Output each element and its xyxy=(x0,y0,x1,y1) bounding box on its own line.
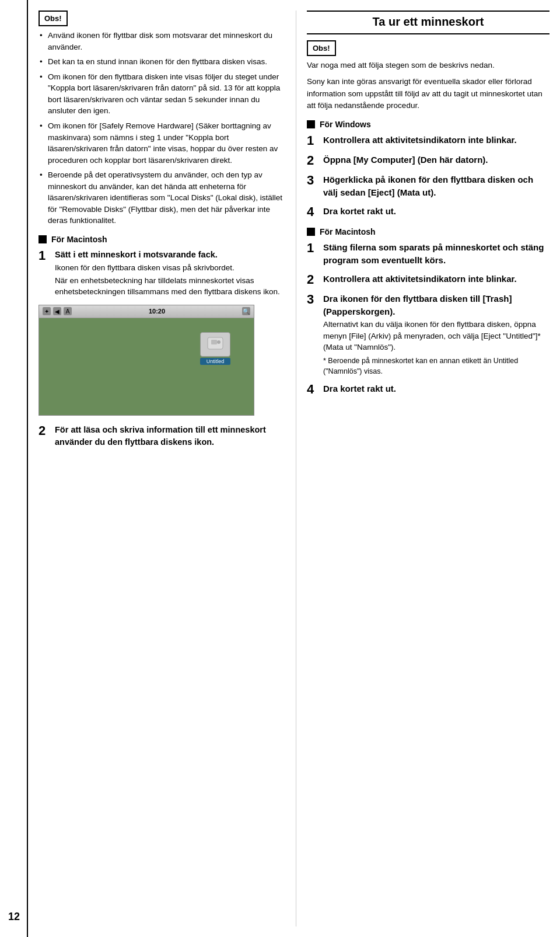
mac-section-label-left: För Macintosh xyxy=(51,235,107,244)
win-step-4-title: Dra kortet rakt ut. xyxy=(323,205,550,218)
win-step-4-number: 4 xyxy=(307,205,323,219)
mac-right-step-2: 2 Kontrollera att aktivitetsindikatorn i… xyxy=(307,273,550,287)
win-step-2-title: Öppna [My Computer] (Den här datorn). xyxy=(323,154,550,166)
page: 12 Obs! Använd ikonen för flyttbar disk … xyxy=(0,0,560,937)
mac-right-step-4-content: Dra kortet rakt ut. xyxy=(323,382,550,395)
page-number: 12 xyxy=(8,911,20,923)
left-step-2-title: För att läsa och skriva information till… xyxy=(55,424,285,448)
mac-right-step-3-content: Dra ikonen för den flyttbara disken till… xyxy=(323,292,550,377)
mac-right-step-3-number: 3 xyxy=(307,292,323,306)
win-step-3-number: 3 xyxy=(307,173,323,187)
left-step-1-number: 1 xyxy=(38,249,55,263)
left-step-1-title: Sätt i ett minneskort i motsvarande fack… xyxy=(55,249,285,261)
screenshot-titlebar: ✦ ◀ A 10:20 🔍 xyxy=(39,305,254,318)
mac-right-step-3-title: Dra ikonen för den flyttbara disken till… xyxy=(323,292,550,318)
mac-right-step-1-number: 1 xyxy=(307,241,323,255)
titlebar-icon-3: A xyxy=(64,307,72,315)
titlebar-icons: ✦ ◀ A xyxy=(43,307,72,315)
mac-section-label-right: För Macintosh xyxy=(320,227,376,236)
left-step-1-body1: Ikonen för den flyttbara disken visas på… xyxy=(55,262,285,274)
square-icon-windows xyxy=(307,120,315,128)
bullet-item-1: Använd ikonen för flyttbar disk som mots… xyxy=(38,30,285,53)
left-step-2-content: För att läsa och skriva information till… xyxy=(55,424,285,448)
screenshot-disk-icon: Untitled xyxy=(200,332,230,365)
disk-shape xyxy=(200,332,230,357)
screenshot-body: Untitled xyxy=(39,318,254,415)
square-icon-left xyxy=(38,235,47,243)
titlebar-icon-1: ✦ xyxy=(43,307,51,315)
left-step-1: 1 Sätt i ett minneskort i motsvarande fa… xyxy=(38,249,285,298)
mac-right-step-4-number: 4 xyxy=(307,382,323,396)
screenshot-mockup: ✦ ◀ A 10:20 🔍 xyxy=(38,305,254,416)
left-column: Obs! Använd ikonen för flyttbar disk som… xyxy=(28,11,296,926)
bullet-list: Använd ikonen för flyttbar disk som mots… xyxy=(38,30,285,227)
square-icon-mac-right xyxy=(307,228,315,236)
win-step-1: 1 Kontrollera att aktivitetsindikatorn i… xyxy=(307,134,550,148)
win-step-3-title: Högerklicka på ikonen för den flyttbara … xyxy=(323,173,550,199)
content-area: Obs! Använd ikonen för flyttbar disk som… xyxy=(28,0,560,937)
titlebar-icon-2: ◀ xyxy=(53,307,61,315)
win-step-3: 3 Högerklicka på ikonen för den flyttbar… xyxy=(307,173,550,199)
mac-section-header-right: För Macintosh xyxy=(307,227,550,236)
win-step-1-content: Kontrollera att aktivitetsindikatorn int… xyxy=(323,134,550,147)
disk-svg xyxy=(206,336,224,353)
left-step-2: 2 För att läsa och skriva information ti… xyxy=(38,424,285,448)
titlebar-icon-search: 🔍 xyxy=(242,307,250,315)
bullet-item-3: Om ikonen för den flyttbara disken inte … xyxy=(38,71,285,117)
win-step-1-number: 1 xyxy=(307,134,323,148)
obs-body-right: Sony kan inte göras ansvarigt för eventu… xyxy=(307,76,550,112)
bullet-item-2: Det kan ta en stund innan ikonen för den… xyxy=(38,56,285,68)
windows-section-label: För Windows xyxy=(320,120,371,129)
svg-point-2 xyxy=(217,340,220,344)
svg-rect-1 xyxy=(211,340,217,344)
mac-right-step-4-title: Dra kortet rakt ut. xyxy=(323,382,550,395)
mac-right-step-1: 1 Stäng filerna som sparats på minneskor… xyxy=(307,241,550,267)
win-step-1-title: Kontrollera att aktivitetsindikatorn int… xyxy=(323,134,550,147)
page-title: Ta ur ett minneskort xyxy=(307,11,550,34)
win-step-4: 4 Dra kortet rakt ut. xyxy=(307,205,550,219)
bullet-item-5: Beroende på det operativsystem du använd… xyxy=(38,169,285,227)
mac-right-step-2-number: 2 xyxy=(307,273,323,287)
mac-right-step-3: 3 Dra ikonen för den flyttbara disken ti… xyxy=(307,292,550,377)
win-step-2: 2 Öppna [My Computer] (Den här datorn). xyxy=(307,154,550,168)
left-step-1-body2: När en enhetsbeteckning har tilldelats m… xyxy=(55,275,285,298)
screenshot-time: 10:20 xyxy=(149,308,165,315)
obs-box-right: Obs! xyxy=(307,40,336,56)
left-step-2-number: 2 xyxy=(38,424,55,438)
mac-section-header-left: För Macintosh xyxy=(38,235,285,244)
mac-right-step-1-title: Stäng filerna som sparats på minneskorte… xyxy=(323,241,550,267)
disk-label: Untitled xyxy=(200,358,230,365)
page-number-column: 12 xyxy=(0,0,28,937)
mac-right-step-3-body: Alternativt kan du välja ikonen för den … xyxy=(323,319,550,353)
win-step-2-content: Öppna [My Computer] (Den här datorn). xyxy=(323,154,550,166)
windows-section-header: För Windows xyxy=(307,120,550,129)
mac-right-step-2-content: Kontrollera att aktivitetsindikatorn int… xyxy=(323,273,550,285)
right-column: Ta ur ett minneskort Obs! Var noga med a… xyxy=(296,11,560,926)
win-step-4-content: Dra kortet rakt ut. xyxy=(323,205,550,218)
mac-right-step-1-content: Stäng filerna som sparats på minneskorte… xyxy=(323,241,550,267)
obs-main-text: Var noga med att följa stegen som de bes… xyxy=(307,61,495,69)
mac-right-step-2-title: Kontrollera att aktivitetsindikatorn int… xyxy=(323,273,550,285)
page-title-bar: Ta ur ett minneskort xyxy=(307,11,550,34)
win-step-3-content: Högerklicka på ikonen för den flyttbara … xyxy=(323,173,550,199)
mac-right-step-3-footnote: * Beroende på minneskortet kan en annan … xyxy=(323,356,550,377)
bullet-item-4: Om ikonen för [Safely Remove Hardware] (… xyxy=(38,120,285,166)
left-step-1-content: Sätt i ett minneskort i motsvarande fack… xyxy=(55,249,285,298)
obs-text-right: Var noga med att följa stegen som de bes… xyxy=(307,60,550,71)
mac-right-step-4: 4 Dra kortet rakt ut. xyxy=(307,382,550,396)
win-step-2-number: 2 xyxy=(307,154,323,168)
obs-box-left: Obs! xyxy=(38,11,68,26)
